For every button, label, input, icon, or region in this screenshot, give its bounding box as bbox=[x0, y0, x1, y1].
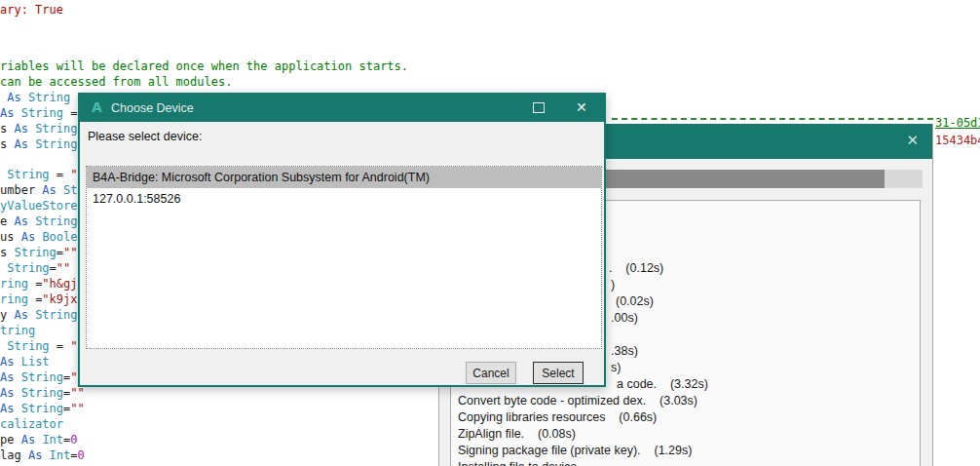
log-line: Copying libraries resources (0.66s) bbox=[451, 409, 920, 426]
device-list-item[interactable]: B4A-Bridge: Microsoft Corporation Subsys… bbox=[87, 167, 601, 188]
choose-device-titlebar[interactable]: A Choose Device ✕ bbox=[80, 95, 604, 122]
code-line: As String="" bbox=[0, 385, 85, 401]
code-line: As String="" bbox=[0, 401, 85, 416]
maximize-icon[interactable] bbox=[533, 102, 545, 113]
code-line: tring bbox=[0, 323, 35, 338]
code-line: s String="" bbox=[0, 245, 78, 260]
ide-screen: ary: Trueriables will be declared once w… bbox=[0, 0, 980, 466]
log-line: Installing file to device. bbox=[451, 459, 920, 466]
code-line: pe As Int=0 bbox=[0, 432, 78, 447]
code-line: String="" bbox=[0, 260, 70, 276]
code-line: y As String bbox=[0, 307, 78, 323]
code-line: String = "" bbox=[0, 167, 85, 182]
code-line: calizator bbox=[0, 416, 63, 432]
code-line: s As String= bbox=[0, 136, 85, 152]
code-line: riables will be declared once when the a… bbox=[0, 58, 408, 74]
code-fragment-green-hex: 31-05d1 bbox=[935, 116, 980, 130]
code-line: s As String bbox=[0, 121, 78, 136]
cancel-button[interactable]: Cancel bbox=[466, 362, 516, 384]
code-line: ring ="k9jx bbox=[0, 291, 77, 307]
code-line: String = "" bbox=[0, 338, 85, 354]
b4a-logo-icon: A bbox=[92, 99, 102, 115]
log-line: Convert byte code - optimized dex. (3.03… bbox=[451, 393, 920, 409]
log-line: Signing package file (private key). (1.2… bbox=[451, 443, 920, 459]
device-list[interactable]: B4A-Bridge: Microsoft Corporation Subsys… bbox=[86, 166, 602, 349]
device-list-item[interactable]: 127.0.0.1:58526 bbox=[87, 188, 601, 210]
code-line: ring ="h&gj7 bbox=[0, 276, 85, 291]
prompt-label: Please select device: bbox=[88, 130, 202, 143]
dialog-title: Choose Device bbox=[111, 101, 194, 115]
log-line: ZipAlign file. (0.08s) bbox=[451, 426, 920, 443]
code-line: -- -- -- bbox=[80, 458, 136, 466]
clipped-green-code-line bbox=[612, 118, 933, 120]
code-line: lag As Int=0 bbox=[0, 447, 85, 463]
code-line: us As Boolea bbox=[0, 229, 85, 245]
close-icon[interactable]: ✕ bbox=[906, 132, 919, 149]
code-line: As List bbox=[0, 354, 50, 369]
choose-device-dialog: A Choose Device ✕ Please select device: … bbox=[78, 93, 606, 387]
code-line: e As String= bbox=[0, 214, 85, 229]
select-button[interactable]: Select bbox=[533, 362, 584, 384]
code-fragment-red-hex: 15434b45 bbox=[935, 134, 980, 147]
code-line: As String=" bbox=[0, 369, 78, 385]
code-line: yValueStore bbox=[0, 198, 77, 214]
code-line: umber As Str bbox=[0, 182, 85, 198]
code-line: ary: True bbox=[0, 2, 63, 18]
code-line: can be accessed from all modules. bbox=[0, 74, 232, 90]
code-line: As String = bbox=[0, 105, 85, 121]
close-icon[interactable]: ✕ bbox=[576, 99, 587, 115]
